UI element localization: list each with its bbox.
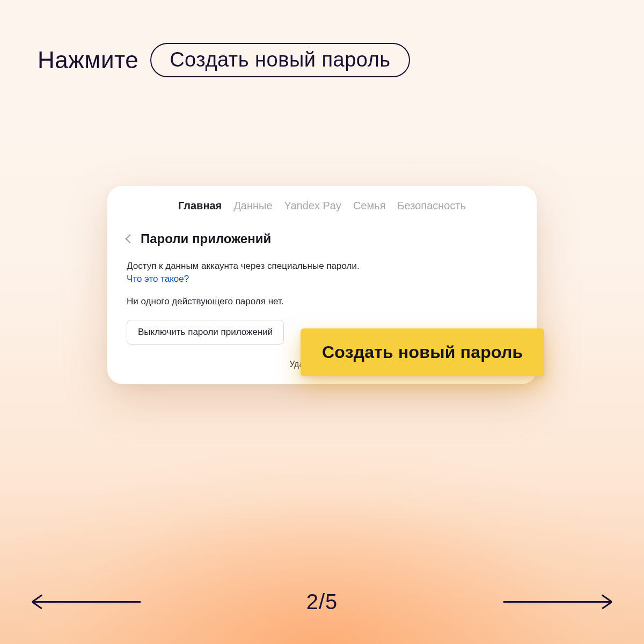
tab-family[interactable]: Семья bbox=[353, 200, 386, 212]
tab-yandex-pay[interactable]: Yandex Pay bbox=[284, 200, 341, 212]
section-header: Пароли приложений bbox=[127, 231, 517, 246]
tab-security[interactable]: Безопасность bbox=[397, 200, 466, 212]
arrow-right-icon[interactable] bbox=[503, 601, 611, 603]
instruction-verb: Нажмите bbox=[38, 47, 138, 74]
page-indicator: 2/5 bbox=[306, 590, 338, 614]
chevron-left-icon[interactable] bbox=[126, 235, 135, 244]
pager: 2/5 bbox=[0, 590, 644, 614]
section-title: Пароли приложений bbox=[141, 231, 271, 246]
instruction-header: Нажмите Создать новый пароль bbox=[38, 43, 410, 77]
empty-state-text: Ни одного действующего пароля нет. bbox=[127, 296, 517, 307]
create-new-password-button[interactable]: Создать новый пароль bbox=[301, 328, 544, 376]
tabs-bar: Главная Данные Yandex Pay Семья Безопасн… bbox=[127, 200, 517, 212]
section-description: Доступ к данным аккаунта через специальн… bbox=[127, 260, 517, 273]
disable-app-passwords-button[interactable]: Выключить пароли приложений bbox=[127, 320, 284, 345]
arrow-left-icon[interactable] bbox=[33, 601, 141, 603]
instruction-target-pill: Создать новый пароль bbox=[150, 43, 410, 77]
tab-data[interactable]: Данные bbox=[233, 200, 272, 212]
what-is-this-link[interactable]: Что это такое? bbox=[127, 274, 189, 284]
tab-main[interactable]: Главная bbox=[178, 200, 222, 212]
